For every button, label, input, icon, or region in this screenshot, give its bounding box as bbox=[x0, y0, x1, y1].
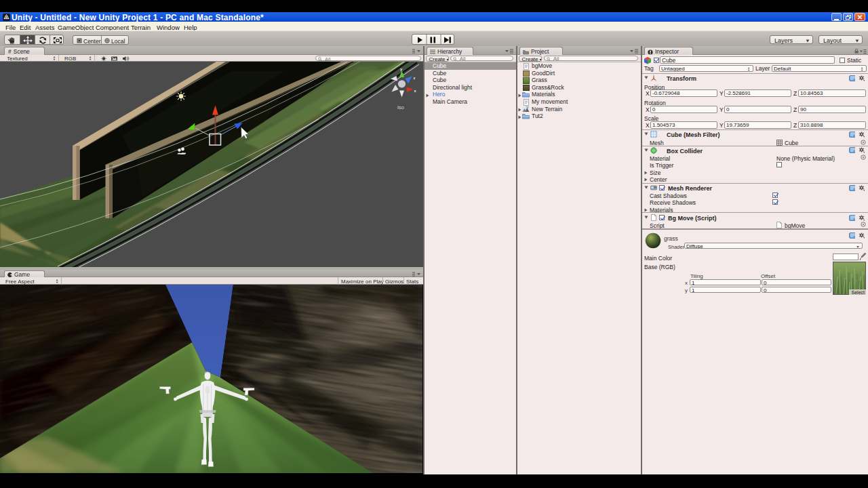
svg-text:Iso: Iso bbox=[397, 104, 404, 110]
svg-text:Select: Select bbox=[851, 290, 865, 295]
svg-text:x: x bbox=[414, 89, 417, 93]
svg-text:z: z bbox=[414, 76, 416, 80]
